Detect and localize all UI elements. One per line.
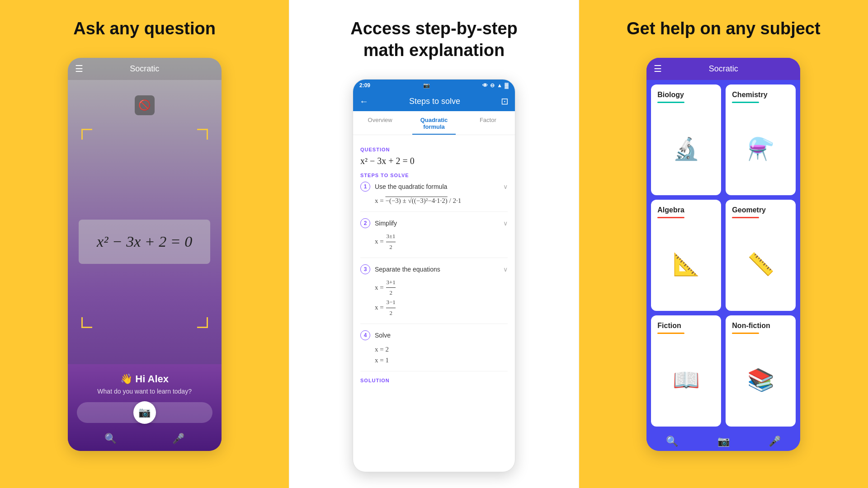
- step-2-left: 2 Simplify: [360, 218, 397, 228]
- steps-label: STEPS TO SOLVE: [360, 173, 508, 178]
- fiction-underline: [657, 333, 684, 334]
- step-4-label: Solve: [375, 332, 391, 339]
- step-2: 2 Simplify ∨ x = 3±12: [360, 218, 508, 258]
- step-1-label: Use the quadratic formula: [375, 183, 447, 190]
- corner-tl: [81, 129, 92, 140]
- biology-name: Biology: [657, 91, 715, 99]
- step-2-label: Simplify: [375, 220, 397, 227]
- search-camera-button[interactable]: 📷: [133, 401, 156, 424]
- step-3-formula: x = 3+12 x = 3−12: [375, 278, 508, 318]
- corner-br: [197, 317, 208, 328]
- status-time: 2:09: [359, 82, 370, 89]
- phone-mockup-3: ☰ Socratic Biology 🔬 Chemistry ⚗️ Algebr…: [646, 58, 800, 451]
- nonfiction-name: Non-fiction: [732, 322, 789, 330]
- solution-label: SOLUTION: [360, 378, 508, 383]
- panel1-title: Ask any question: [55, 0, 234, 53]
- viewfinder-corners: [81, 129, 208, 328]
- step-1-left: 1 Use the quadratic formula: [360, 182, 447, 192]
- search-nav-icon[interactable]: 🔍: [104, 433, 117, 445]
- search-bar[interactable]: 📷: [77, 402, 212, 423]
- step-4-number: 4: [360, 330, 370, 340]
- panel3-title: Get help on any subject: [609, 0, 839, 53]
- status-bar: 2:09 📷 👁 ⊖ ▲ ▓: [353, 80, 515, 91]
- math-tabs: Overview Quadratic formula Factor: [353, 111, 515, 135]
- phone-mockup-1: ☰ Socratic 🚫 x² − 3x + 2 = 0: [68, 58, 222, 451]
- status-icon: 📷: [423, 82, 430, 89]
- status-right: 👁 ⊖ ▲ ▓: [482, 82, 509, 89]
- tab-quadratic[interactable]: Quadratic formula: [407, 111, 461, 135]
- phone-mockup-2: 2:09 📷 👁 ⊖ ▲ ▓ ← Steps to solve ⊡ Overvi…: [353, 79, 515, 472]
- step-4-formula: x = 2x = 1: [375, 344, 508, 366]
- subject-card-biology[interactable]: Biology 🔬: [651, 84, 721, 196]
- step-3: 3 Separate the equations ∨ x = 3+12 x = …: [360, 264, 508, 324]
- biology-icon: 🔬: [657, 108, 715, 191]
- biology-underline: [657, 102, 684, 103]
- step-3-chevron[interactable]: ∨: [503, 266, 508, 273]
- panel-ask-question: Ask any question ☰ Socratic 🚫: [0, 0, 289, 488]
- mic-nav-icon[interactable]: 🎤: [172, 433, 184, 445]
- phone3-nav: 🔍 📷 🎤: [646, 431, 800, 451]
- subject-card-algebra[interactable]: Algebra 📐: [651, 200, 721, 311]
- camera-off-icon: 🚫: [138, 99, 151, 111]
- geometry-underline: [732, 217, 759, 218]
- step-1-number: 1: [360, 182, 370, 192]
- step-2-chevron[interactable]: ∨: [503, 220, 508, 227]
- camera-toggle-button[interactable]: 🚫: [135, 95, 155, 115]
- step-2-header: 2 Simplify ∨: [360, 218, 508, 228]
- tab-overview[interactable]: Overview: [353, 111, 407, 135]
- step-4: 4 Solve x = 2x = 1: [360, 330, 508, 371]
- phone3-header: ☰ Socratic: [646, 58, 800, 80]
- phone1-nav: 🔍 🎤: [77, 429, 212, 446]
- chemistry-name: Chemistry: [732, 91, 789, 99]
- step-1-formula: x = −(−3) ± √((−3)²−4·1·2) / 2·1: [375, 195, 508, 206]
- subject-card-chemistry[interactable]: Chemistry ⚗️: [726, 84, 796, 196]
- back-icon[interactable]: ←: [359, 96, 368, 107]
- geometry-icon: 📏: [732, 223, 789, 306]
- phone3-app-name: Socratic: [709, 64, 738, 74]
- step-1-header: 1 Use the quadratic formula ∨: [360, 182, 508, 192]
- step-4-header: 4 Solve: [360, 330, 508, 340]
- step-3-header: 3 Separate the equations ∨: [360, 264, 508, 274]
- panel-math-steps: Access step-by-step math explanation 2:0…: [289, 0, 579, 488]
- viewfinder-area: x² − 3x + 2 = 0: [68, 120, 222, 364]
- step-3-left: 3 Separate the equations: [360, 264, 440, 274]
- subject-card-nonfiction[interactable]: Non-fiction 📚: [726, 315, 796, 427]
- subject-card-geometry[interactable]: Geometry 📏: [726, 200, 796, 311]
- algebra-underline: [657, 217, 684, 218]
- steps-content: QUESTION x² − 3x + 2 = 0 STEPS TO SOLVE …: [353, 135, 515, 472]
- fiction-name: Fiction: [657, 322, 715, 330]
- phone3-camera-icon[interactable]: 📷: [717, 436, 730, 447]
- geometry-name: Geometry: [732, 206, 789, 214]
- signal-icon: 👁: [482, 82, 488, 89]
- wifi-icon: ⊖: [490, 82, 495, 89]
- phone3-mic-icon[interactable]: 🎤: [769, 436, 781, 447]
- step-1-chevron[interactable]: ∨: [503, 183, 508, 190]
- chemistry-icon: ⚗️: [732, 108, 789, 191]
- tab-factor[interactable]: Factor: [461, 111, 515, 135]
- panel-subjects: Get help on any subject ☰ Socratic Biolo…: [579, 0, 868, 488]
- step-4-left: 4 Solve: [360, 330, 391, 340]
- subject-card-fiction[interactable]: Fiction 📖: [651, 315, 721, 427]
- chemistry-underline: [732, 102, 759, 103]
- step-3-label: Separate the equations: [375, 266, 440, 273]
- step-3-number: 3: [360, 264, 370, 274]
- phone1-header: ☰ Socratic: [68, 58, 222, 80]
- phone3-search-icon[interactable]: 🔍: [666, 436, 678, 447]
- hamburger-icon[interactable]: ☰: [75, 63, 83, 74]
- panel2-title: Access step-by-step math explanation: [332, 0, 536, 75]
- greeting-sub: What do you want to learn today?: [97, 388, 192, 395]
- subjects-grid: Biology 🔬 Chemistry ⚗️ Algebra 📐 Geometr…: [646, 80, 800, 431]
- question-label: QUESTION: [360, 147, 508, 152]
- phone3-menu-icon[interactable]: ☰: [654, 63, 662, 74]
- algebra-name: Algebra: [657, 206, 715, 214]
- camera-icon: 📷: [138, 407, 151, 418]
- fiction-icon: 📖: [657, 338, 715, 422]
- bookmark-icon[interactable]: ⊡: [501, 96, 509, 107]
- phone1-app-name: Socratic: [130, 64, 159, 74]
- corner-tr: [197, 129, 208, 140]
- step-2-formula: x = 3±12: [375, 232, 508, 252]
- battery-icon: ▓: [505, 82, 509, 89]
- nonfiction-underline: [732, 333, 759, 334]
- phone1-bottom: 👋 Hi Alex What do you want to learn toda…: [68, 364, 222, 451]
- nonfiction-icon: 📚: [732, 338, 789, 422]
